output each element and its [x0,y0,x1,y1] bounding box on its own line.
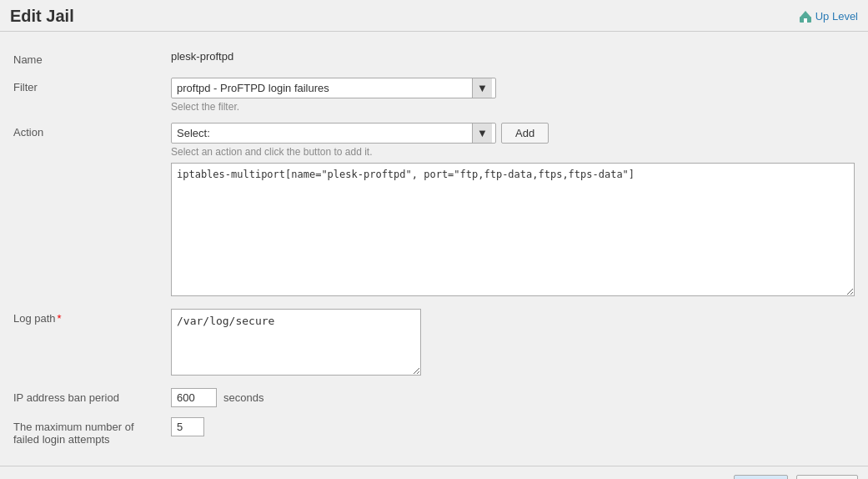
filter-select-wrapper[interactable]: proftpd - ProFTPD login failures ▼ [171,78,496,98]
form-table: Name plesk-proftpd Filter proftpd - ProF… [10,45,858,452]
filter-label: Filter [13,81,38,93]
filter-dropdown-arrow[interactable]: ▼ [472,78,492,98]
action-hint: Select an action and click the button to… [171,146,855,158]
up-level-label: Up Level [815,10,858,23]
ban-period-input[interactable] [171,388,217,407]
up-level-link[interactable]: Up Level [799,10,858,23]
action-label: Action [13,126,43,139]
log-path-textarea[interactable]: /var/log/secure [171,309,421,376]
filter-hint: Select the filter. [171,101,855,113]
header: Edit Jail Up Level [0,0,868,32]
max-attempts-input[interactable] [171,417,204,436]
log-path-label: Log path * [13,312,158,325]
action-select-wrapper[interactable]: Select: ▼ [171,123,496,144]
filter-row: Filter proftpd - ProFTPD login failures … [10,73,858,118]
name-label: Name [13,53,43,66]
log-path-row: Log path * /var/log/secure [10,304,858,383]
action-arrow-icon: ▼ [477,127,488,139]
cancel-button[interactable]: Cancel [796,475,858,479]
filter-select[interactable]: proftpd - ProFTPD login failures [172,78,472,98]
ban-period-controls: seconds [171,388,855,407]
ok-button[interactable]: OK [734,475,788,479]
action-select[interactable]: Select: [172,124,472,143]
up-level-icon [799,10,812,23]
svg-rect-2 [804,18,807,23]
log-path-required-star: * [58,312,62,325]
action-row: Action Select: ▼ Add Select [10,118,858,304]
action-textarea[interactable]: iptables-multiport[name="plesk-proftpd",… [171,163,855,296]
max-attempts-row: The maximum number of failed login attem… [10,412,858,452]
name-row: Name plesk-proftpd [10,45,858,73]
ban-period-unit: seconds [223,391,263,404]
action-controls: Select: ▼ Add [171,123,855,144]
page-container: Edit Jail Up Level Name plesk-proftpd [0,0,868,479]
form-content: Name plesk-proftpd Filter proftpd - ProF… [0,32,868,466]
ban-period-row: IP address ban period seconds [10,383,858,412]
max-attempts-label: The maximum number of failed login attem… [13,421,134,446]
ban-period-label: IP address ban period [13,391,119,404]
filter-arrow-icon: ▼ [477,82,488,94]
svg-marker-1 [800,11,810,17]
name-value: plesk-proftpd [171,48,233,63]
add-button[interactable]: Add [501,123,549,144]
page-title: Edit Jail [10,7,74,26]
action-dropdown-arrow[interactable]: ▼ [472,124,492,143]
footer: * Required fields OK Cancel [0,466,868,479]
